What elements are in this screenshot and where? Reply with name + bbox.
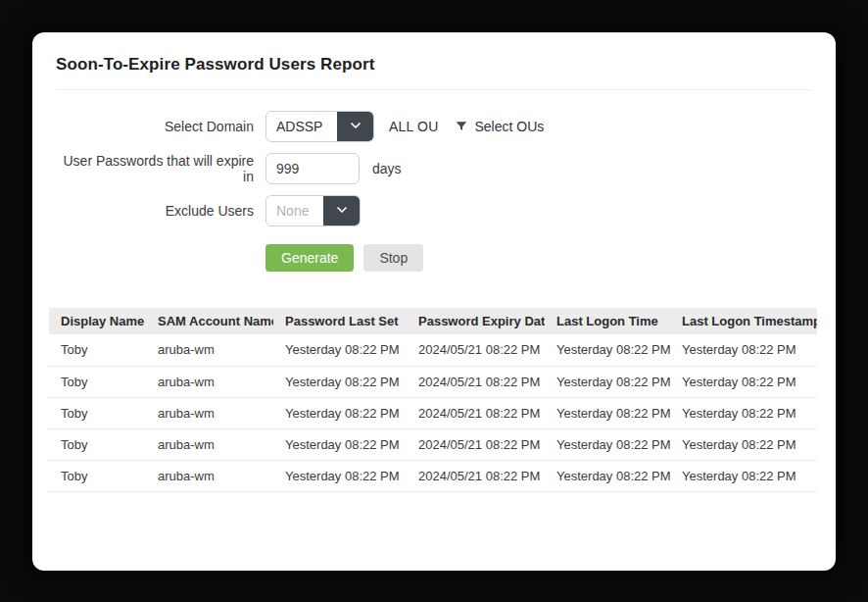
cell-password-expiry-date: 2024/05/21 08:22 PM — [407, 428, 545, 460]
cell-last-logon-time: Yesterday 08:22 PM — [545, 460, 670, 491]
exclude-users-select-chevron-button[interactable] — [323, 196, 360, 226]
cell-sam-account-name: aruba-wm — [146, 460, 273, 491]
form-actions: Generate Stop — [265, 244, 836, 272]
table-row: Toby aruba-wm Yesterday 08:22 PM 2024/05… — [49, 334, 817, 366]
column-header-password-last-set: Password Last Set — [273, 308, 407, 334]
select-ous-label: Select OUs — [474, 119, 544, 134]
cell-password-last-set: Yesterday 08:22 PM — [273, 334, 407, 366]
generate-button[interactable]: Generate — [265, 244, 354, 272]
exclude-users-select[interactable]: None — [265, 195, 361, 226]
expire-days-input[interactable] — [265, 153, 360, 184]
cell-display-name: Toby — [49, 397, 146, 428]
cell-sam-account-name: aruba-wm — [146, 334, 273, 366]
expire-days-suffix: days — [372, 161, 402, 176]
column-header-last-logon-timestamp: Last Logon Timestamp — [670, 308, 817, 334]
cell-sam-account-name: aruba-wm — [146, 366, 273, 397]
filter-icon — [455, 120, 468, 133]
column-header-password-expiry-date: Password Expiry Date — [407, 308, 545, 334]
exclude-users-label: Exclude Users — [56, 203, 254, 219]
form-row-exclude-users: Exclude Users None — [56, 195, 836, 226]
exclude-users-select-value: None — [266, 196, 323, 226]
report-card: Soon-To-Expire Password Users Report Sel… — [32, 32, 836, 571]
title-divider — [56, 89, 812, 90]
cell-password-expiry-date: 2024/05/21 08:22 PM — [407, 366, 545, 397]
cell-last-logon-time: Yesterday 08:22 PM — [545, 334, 670, 366]
header-row: Display Name SAM Account Name Password L… — [49, 308, 817, 334]
domain-select-chevron-button[interactable] — [337, 112, 373, 141]
cell-password-last-set: Yesterday 08:22 PM — [273, 397, 407, 428]
report-form: Select Domain ADSSP ALL OU Select OUs Us… — [32, 111, 836, 272]
cell-password-expiry-date: 2024/05/21 08:22 PM — [407, 460, 545, 491]
cell-last-logon-timestamp: Yesterday 08:22 PM — [670, 397, 817, 428]
cell-sam-account-name: aruba-wm — [146, 428, 273, 460]
column-header-display-name: Display Name — [49, 308, 146, 334]
results-table: Display Name SAM Account Name Password L… — [49, 308, 817, 492]
domain-select-value: ADSSP — [266, 112, 337, 141]
cell-last-logon-timestamp: Yesterday 08:22 PM — [670, 428, 817, 460]
select-ous-button[interactable]: Select OUs — [455, 119, 544, 134]
cell-display-name: Toby — [49, 334, 146, 366]
form-row-expire-days: User Passwords that will expire in days — [56, 153, 836, 184]
domain-select[interactable]: ADSSP — [265, 111, 374, 142]
domain-label: Select Domain — [56, 119, 254, 134]
cell-last-logon-time: Yesterday 08:22 PM — [545, 366, 670, 397]
stop-button[interactable]: Stop — [363, 244, 423, 272]
cell-last-logon-timestamp: Yesterday 08:22 PM — [670, 334, 817, 366]
cell-display-name: Toby — [49, 460, 146, 491]
expire-days-label: User Passwords that will expire in — [56, 153, 254, 184]
table-row: Toby aruba-wm Yesterday 08:22 PM 2024/05… — [49, 397, 817, 428]
results-table-body: Toby aruba-wm Yesterday 08:22 PM 2024/05… — [49, 334, 817, 491]
table-row: Toby aruba-wm Yesterday 08:22 PM 2024/05… — [49, 428, 817, 460]
column-header-sam-account-name: SAM Account Name — [146, 308, 273, 334]
cell-password-expiry-date: 2024/05/21 08:22 PM — [407, 397, 545, 428]
table-row: Toby aruba-wm Yesterday 08:22 PM 2024/05… — [49, 460, 817, 491]
cell-sam-account-name: aruba-wm — [146, 397, 273, 428]
chevron-down-icon — [348, 118, 363, 136]
cell-last-logon-timestamp: Yesterday 08:22 PM — [670, 460, 817, 491]
cell-password-last-set: Yesterday 08:22 PM — [273, 366, 407, 397]
all-ou-label: ALL OU — [389, 119, 438, 134]
cell-display-name: Toby — [49, 366, 146, 397]
table-row: Toby aruba-wm Yesterday 08:22 PM 2024/05… — [49, 366, 817, 397]
cell-display-name: Toby — [49, 428, 146, 460]
cell-last-logon-time: Yesterday 08:22 PM — [545, 428, 670, 460]
cell-last-logon-time: Yesterday 08:22 PM — [545, 397, 670, 428]
cell-password-last-set: Yesterday 08:22 PM — [273, 460, 407, 491]
cell-password-expiry-date: 2024/05/21 08:22 PM — [407, 334, 545, 366]
column-header-last-logon-time: Last Logon Time — [545, 308, 670, 334]
results-table-header: Display Name SAM Account Name Password L… — [49, 308, 817, 334]
form-row-domain: Select Domain ADSSP ALL OU Select OUs — [56, 111, 836, 142]
cell-last-logon-timestamp: Yesterday 08:22 PM — [670, 366, 817, 397]
chevron-down-icon — [334, 202, 350, 221]
cell-password-last-set: Yesterday 08:22 PM — [273, 428, 407, 460]
page-title: Soon-To-Expire Password Users Report — [56, 55, 812, 75]
